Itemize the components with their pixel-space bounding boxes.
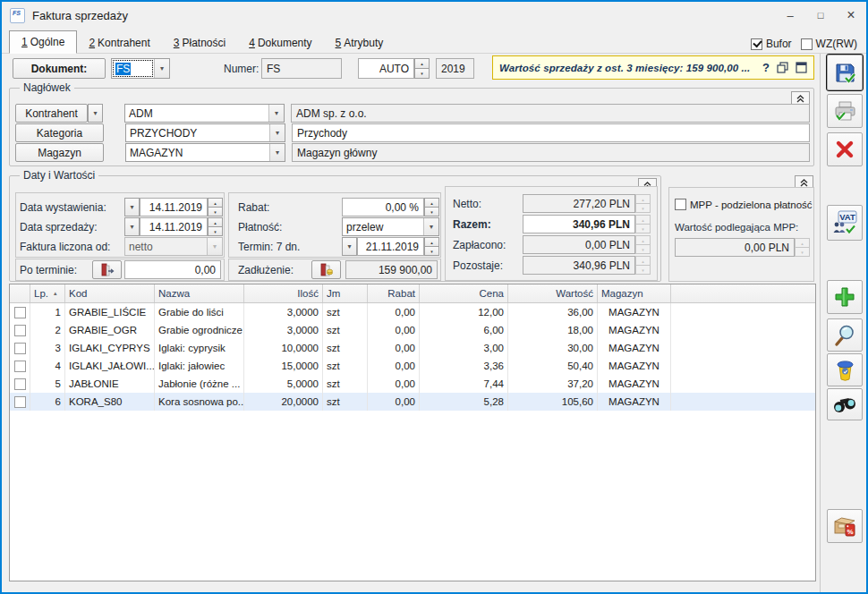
bufor-checkbox[interactable] [751, 38, 762, 50]
cell-ilosc[interactable]: 3,0000 [244, 303, 323, 321]
cell-ilosc[interactable]: 10,0000 [244, 339, 323, 357]
item-row[interactable]: 2GRABIE_OGRGrabie ogrodnicze3,0000szt0,0… [10, 321, 815, 339]
cancel-button[interactable] [827, 132, 863, 166]
cell-cena[interactable]: 12,00 [420, 303, 508, 321]
mpp-checkbox[interactable] [675, 199, 686, 210]
column-header-nazwa[interactable]: Nazwa [155, 284, 244, 302]
termin-calendar-button[interactable]: ▾ [342, 237, 357, 256]
cell-nazwa[interactable]: Grabie ogrodnicze [155, 321, 244, 339]
cell-kod[interactable]: GRABIE_OGR [65, 321, 155, 339]
data-wystawienia-calendar-button[interactable]: ▾ [124, 198, 140, 216]
cell-rabat[interactable]: 0,00 [368, 321, 420, 339]
chevron-down-icon[interactable]: ▾ [269, 124, 285, 141]
cell-nazwa[interactable]: Jabłonie (różne ... [155, 375, 244, 393]
restore-window-icon[interactable] [777, 62, 788, 73]
po-terminie-field[interactable]: 0,00 [124, 260, 221, 279]
cell-lp[interactable]: 6 [30, 393, 65, 411]
cell-cena[interactable]: 5,28 [420, 393, 508, 411]
cell-rabat[interactable]: 0,00 [368, 375, 420, 393]
cell-ilosc[interactable]: 15,0000 [244, 357, 323, 375]
tab-ogolne[interactable]: 1Ogólne [9, 30, 77, 54]
numer-year-field[interactable]: 2019 [436, 58, 474, 79]
document-type-combo[interactable]: FS ▾ [111, 58, 170, 79]
item-row[interactable]: 5JABŁONIEJabłonie (różne ...5,0000szt0,0… [10, 375, 815, 393]
data-wystawienia-spinner-down[interactable]: ▾ [208, 208, 223, 216]
select-all-header[interactable] [10, 284, 30, 302]
termin-spinner-down[interactable]: ▾ [424, 247, 439, 256]
cell-ilosc[interactable]: 3,0000 [244, 321, 323, 339]
rabat-field[interactable]: 0,00 % [342, 198, 424, 216]
chevron-down-icon[interactable]: ▾ [154, 59, 169, 78]
row-checkbox[interactable] [14, 396, 26, 408]
cell-wartosc[interactable]: 50,40 [508, 357, 598, 375]
item-row[interactable]: 3IGLAKI_CYPRYSIglaki: cyprysik10,0000szt… [10, 339, 815, 357]
kontrahent-split-arrow-button[interactable]: ▾ [88, 104, 103, 123]
tab-platnosci[interactable]: 3Płatności [162, 32, 237, 54]
cell-cena[interactable]: 3,36 [420, 357, 508, 375]
cell-cena[interactable]: 6,00 [420, 321, 508, 339]
data-sprzedazy-spinner-up[interactable]: ▴ [208, 217, 223, 227]
cell-jm[interactable]: szt [323, 375, 368, 393]
magazyn-code-combo[interactable]: MAGAZYN ▾ [125, 143, 285, 162]
cell-jm[interactable]: szt [323, 303, 368, 321]
cell-wartosc[interactable]: 36,00 [508, 303, 598, 321]
cell-kod[interactable]: GRABIE_LIŚCIE [65, 303, 155, 321]
row-checkbox[interactable] [14, 343, 26, 354]
cell-lp[interactable]: 4 [30, 357, 65, 375]
cell-rabat[interactable]: 0,00 [368, 303, 420, 321]
cell-wartosc[interactable]: 105,60 [508, 393, 598, 411]
termin-field[interactable]: 21.11.2019 [357, 237, 424, 256]
tab-kontrahent[interactable]: 2Kontrahent [77, 32, 161, 54]
platnosc-combo[interactable]: przelew ▾ [342, 217, 439, 236]
column-header-lp[interactable]: Lp.▴ [30, 284, 65, 302]
numer-auto-spinner-up[interactable]: ▴ [414, 58, 430, 69]
cell-kod[interactable]: IGLAKI_JAŁOWI... [65, 357, 155, 375]
help-icon[interactable]: ? [762, 61, 770, 74]
cell-cena[interactable]: 7,44 [420, 375, 508, 393]
row-checkbox[interactable] [14, 307, 26, 318]
cell-rabat[interactable]: 0,00 [368, 357, 420, 375]
rabat-spinner-down[interactable]: ▾ [424, 208, 439, 216]
column-header-magazyn[interactable]: Magazyn [598, 284, 671, 302]
data-wystawienia-field[interactable]: 14.11.2019 [140, 198, 208, 216]
cell-wartosc[interactable]: 18,00 [508, 321, 598, 339]
cell-cena[interactable]: 3,00 [420, 339, 508, 357]
kontrahent-code-combo[interactable]: ADM ▾ [124, 104, 285, 123]
column-header-ilosc[interactable]: Ilość [244, 284, 323, 302]
razem-field[interactable]: 340,96 PLN [523, 215, 635, 233]
numer-auto-spinner-down[interactable]: ▾ [414, 69, 430, 79]
cell-magazyn[interactable]: MAGAZYN [598, 393, 671, 411]
cell-magazyn[interactable]: MAGAZYN [598, 339, 671, 357]
cell-lp[interactable]: 1 [30, 303, 65, 321]
chevron-down-icon[interactable]: ▾ [423, 218, 438, 235]
cell-kod[interactable]: JABŁONIE [65, 375, 155, 393]
cell-magazyn[interactable]: MAGAZYN [598, 357, 671, 375]
maximize-button[interactable]: □ [805, 2, 836, 29]
chevron-down-icon[interactable]: ▾ [269, 144, 285, 161]
cell-rabat[interactable]: 0,00 [368, 339, 420, 357]
cell-nazwa[interactable]: Kora sosnowa po... [155, 393, 244, 411]
chevron-down-icon[interactable]: ▾ [268, 105, 284, 122]
column-header-jm[interactable]: Jm [323, 284, 368, 302]
numer-prefix-field[interactable]: FS [261, 58, 342, 79]
cell-nazwa[interactable]: Iglaki: jałowiec [155, 357, 244, 375]
kategoria-code-combo[interactable]: PRZYCHODY ▾ [125, 123, 285, 142]
cell-wartosc[interactable]: 30,00 [508, 339, 598, 357]
maximize-panel-icon[interactable] [796, 62, 807, 73]
cell-rabat[interactable]: 0,00 [368, 393, 420, 411]
cell-lp[interactable]: 2 [30, 321, 65, 339]
kategoria-name-field[interactable]: Przychody [292, 123, 810, 142]
row-checkbox[interactable] [14, 361, 26, 372]
termin-spinner-up[interactable]: ▴ [424, 237, 439, 247]
column-header-rabat[interactable]: Rabat [368, 284, 420, 302]
vat-button[interactable]: VAT [827, 205, 863, 241]
item-row[interactable]: 4IGLAKI_JAŁOWI...Iglaki: jałowiec15,0000… [10, 357, 815, 375]
kategoria-button[interactable]: Kategoria [15, 123, 104, 142]
cell-kod[interactable]: KORA_S80 [65, 393, 155, 411]
delete-item-button[interactable] [827, 353, 863, 386]
zadluzenie-button[interactable] [311, 260, 341, 279]
data-sprzedazy-spinner-down[interactable]: ▾ [208, 227, 223, 236]
cell-jm[interactable]: szt [323, 339, 368, 357]
column-header-kod[interactable]: Kod [65, 284, 155, 302]
cell-lp[interactable]: 3 [30, 339, 65, 357]
